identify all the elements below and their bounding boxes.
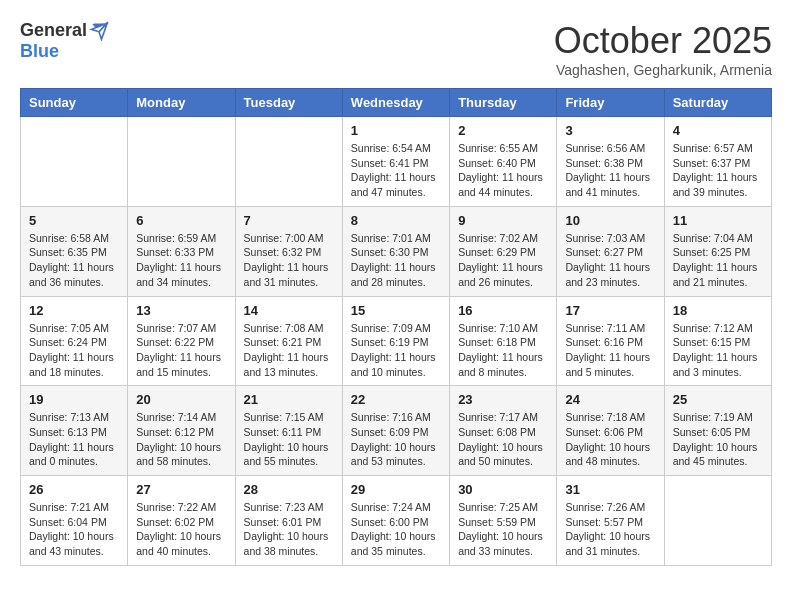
day-number: 24 (565, 392, 655, 407)
calendar-cell: 6Sunrise: 6:59 AM Sunset: 6:33 PM Daylig… (128, 206, 235, 296)
calendar-week-row: 12Sunrise: 7:05 AM Sunset: 6:24 PM Dayli… (21, 296, 772, 386)
day-info: Sunrise: 6:57 AM Sunset: 6:37 PM Dayligh… (673, 141, 763, 200)
day-info: Sunrise: 7:18 AM Sunset: 6:06 PM Dayligh… (565, 410, 655, 469)
day-number: 26 (29, 482, 119, 497)
title-section: October 2025 Vaghashen, Gegharkunik, Arm… (554, 20, 772, 78)
calendar-cell (664, 476, 771, 566)
day-info: Sunrise: 7:05 AM Sunset: 6:24 PM Dayligh… (29, 321, 119, 380)
calendar-cell: 23Sunrise: 7:17 AM Sunset: 6:08 PM Dayli… (450, 386, 557, 476)
day-number: 8 (351, 213, 441, 228)
column-header-wednesday: Wednesday (342, 89, 449, 117)
calendar-cell: 16Sunrise: 7:10 AM Sunset: 6:18 PM Dayli… (450, 296, 557, 386)
logo-bird-icon (89, 21, 109, 41)
day-number: 9 (458, 213, 548, 228)
day-number: 12 (29, 303, 119, 318)
column-header-tuesday: Tuesday (235, 89, 342, 117)
day-info: Sunrise: 7:19 AM Sunset: 6:05 PM Dayligh… (673, 410, 763, 469)
calendar-cell: 31Sunrise: 7:26 AM Sunset: 5:57 PM Dayli… (557, 476, 664, 566)
calendar-cell: 13Sunrise: 7:07 AM Sunset: 6:22 PM Dayli… (128, 296, 235, 386)
day-info: Sunrise: 7:01 AM Sunset: 6:30 PM Dayligh… (351, 231, 441, 290)
day-number: 19 (29, 392, 119, 407)
day-number: 31 (565, 482, 655, 497)
calendar-header-row: SundayMondayTuesdayWednesdayThursdayFrid… (21, 89, 772, 117)
day-info: Sunrise: 6:55 AM Sunset: 6:40 PM Dayligh… (458, 141, 548, 200)
day-info: Sunrise: 6:59 AM Sunset: 6:33 PM Dayligh… (136, 231, 226, 290)
calendar-cell: 22Sunrise: 7:16 AM Sunset: 6:09 PM Dayli… (342, 386, 449, 476)
day-number: 14 (244, 303, 334, 318)
day-number: 10 (565, 213, 655, 228)
day-number: 23 (458, 392, 548, 407)
logo-blue-text: Blue (20, 41, 59, 62)
day-info: Sunrise: 7:04 AM Sunset: 6:25 PM Dayligh… (673, 231, 763, 290)
day-info: Sunrise: 7:23 AM Sunset: 6:01 PM Dayligh… (244, 500, 334, 559)
calendar-week-row: 1Sunrise: 6:54 AM Sunset: 6:41 PM Daylig… (21, 117, 772, 207)
logo: General Blue (20, 20, 109, 62)
calendar-cell (128, 117, 235, 207)
calendar-cell: 30Sunrise: 7:25 AM Sunset: 5:59 PM Dayli… (450, 476, 557, 566)
calendar-cell: 1Sunrise: 6:54 AM Sunset: 6:41 PM Daylig… (342, 117, 449, 207)
day-number: 16 (458, 303, 548, 318)
calendar-cell: 25Sunrise: 7:19 AM Sunset: 6:05 PM Dayli… (664, 386, 771, 476)
day-number: 11 (673, 213, 763, 228)
calendar-week-row: 26Sunrise: 7:21 AM Sunset: 6:04 PM Dayli… (21, 476, 772, 566)
calendar-cell: 19Sunrise: 7:13 AM Sunset: 6:13 PM Dayli… (21, 386, 128, 476)
calendar-cell: 17Sunrise: 7:11 AM Sunset: 6:16 PM Dayli… (557, 296, 664, 386)
calendar-cell: 3Sunrise: 6:56 AM Sunset: 6:38 PM Daylig… (557, 117, 664, 207)
day-info: Sunrise: 7:21 AM Sunset: 6:04 PM Dayligh… (29, 500, 119, 559)
page-header: General Blue October 2025 Vaghashen, Geg… (20, 20, 772, 78)
day-info: Sunrise: 7:26 AM Sunset: 5:57 PM Dayligh… (565, 500, 655, 559)
calendar-cell: 4Sunrise: 6:57 AM Sunset: 6:37 PM Daylig… (664, 117, 771, 207)
calendar-cell: 29Sunrise: 7:24 AM Sunset: 6:00 PM Dayli… (342, 476, 449, 566)
day-number: 5 (29, 213, 119, 228)
day-number: 25 (673, 392, 763, 407)
calendar-cell: 27Sunrise: 7:22 AM Sunset: 6:02 PM Dayli… (128, 476, 235, 566)
day-info: Sunrise: 7:11 AM Sunset: 6:16 PM Dayligh… (565, 321, 655, 380)
day-info: Sunrise: 7:10 AM Sunset: 6:18 PM Dayligh… (458, 321, 548, 380)
calendar-cell: 5Sunrise: 6:58 AM Sunset: 6:35 PM Daylig… (21, 206, 128, 296)
day-info: Sunrise: 7:03 AM Sunset: 6:27 PM Dayligh… (565, 231, 655, 290)
day-info: Sunrise: 7:24 AM Sunset: 6:00 PM Dayligh… (351, 500, 441, 559)
column-header-monday: Monday (128, 89, 235, 117)
day-info: Sunrise: 7:17 AM Sunset: 6:08 PM Dayligh… (458, 410, 548, 469)
day-number: 27 (136, 482, 226, 497)
day-number: 20 (136, 392, 226, 407)
column-header-thursday: Thursday (450, 89, 557, 117)
day-info: Sunrise: 6:58 AM Sunset: 6:35 PM Dayligh… (29, 231, 119, 290)
calendar-week-row: 5Sunrise: 6:58 AM Sunset: 6:35 PM Daylig… (21, 206, 772, 296)
calendar-cell: 10Sunrise: 7:03 AM Sunset: 6:27 PM Dayli… (557, 206, 664, 296)
calendar-cell: 14Sunrise: 7:08 AM Sunset: 6:21 PM Dayli… (235, 296, 342, 386)
day-info: Sunrise: 7:13 AM Sunset: 6:13 PM Dayligh… (29, 410, 119, 469)
day-info: Sunrise: 7:16 AM Sunset: 6:09 PM Dayligh… (351, 410, 441, 469)
calendar-cell: 12Sunrise: 7:05 AM Sunset: 6:24 PM Dayli… (21, 296, 128, 386)
day-number: 29 (351, 482, 441, 497)
calendar-cell: 26Sunrise: 7:21 AM Sunset: 6:04 PM Dayli… (21, 476, 128, 566)
day-info: Sunrise: 7:07 AM Sunset: 6:22 PM Dayligh… (136, 321, 226, 380)
day-number: 30 (458, 482, 548, 497)
day-info: Sunrise: 7:15 AM Sunset: 6:11 PM Dayligh… (244, 410, 334, 469)
day-info: Sunrise: 7:14 AM Sunset: 6:12 PM Dayligh… (136, 410, 226, 469)
day-info: Sunrise: 7:09 AM Sunset: 6:19 PM Dayligh… (351, 321, 441, 380)
calendar-cell: 11Sunrise: 7:04 AM Sunset: 6:25 PM Dayli… (664, 206, 771, 296)
column-header-sunday: Sunday (21, 89, 128, 117)
month-title: October 2025 (554, 20, 772, 62)
calendar-cell: 24Sunrise: 7:18 AM Sunset: 6:06 PM Dayli… (557, 386, 664, 476)
logo-general-text: General (20, 20, 87, 41)
day-info: Sunrise: 7:02 AM Sunset: 6:29 PM Dayligh… (458, 231, 548, 290)
day-info: Sunrise: 7:25 AM Sunset: 5:59 PM Dayligh… (458, 500, 548, 559)
day-info: Sunrise: 7:00 AM Sunset: 6:32 PM Dayligh… (244, 231, 334, 290)
calendar-cell: 21Sunrise: 7:15 AM Sunset: 6:11 PM Dayli… (235, 386, 342, 476)
day-number: 7 (244, 213, 334, 228)
calendar-cell (235, 117, 342, 207)
day-number: 28 (244, 482, 334, 497)
calendar-week-row: 19Sunrise: 7:13 AM Sunset: 6:13 PM Dayli… (21, 386, 772, 476)
calendar-cell: 9Sunrise: 7:02 AM Sunset: 6:29 PM Daylig… (450, 206, 557, 296)
calendar-cell: 28Sunrise: 7:23 AM Sunset: 6:01 PM Dayli… (235, 476, 342, 566)
day-info: Sunrise: 6:56 AM Sunset: 6:38 PM Dayligh… (565, 141, 655, 200)
calendar-cell: 20Sunrise: 7:14 AM Sunset: 6:12 PM Dayli… (128, 386, 235, 476)
day-number: 21 (244, 392, 334, 407)
location-subtitle: Vaghashen, Gegharkunik, Armenia (554, 62, 772, 78)
day-number: 2 (458, 123, 548, 138)
day-info: Sunrise: 7:22 AM Sunset: 6:02 PM Dayligh… (136, 500, 226, 559)
day-info: Sunrise: 6:54 AM Sunset: 6:41 PM Dayligh… (351, 141, 441, 200)
calendar-cell (21, 117, 128, 207)
